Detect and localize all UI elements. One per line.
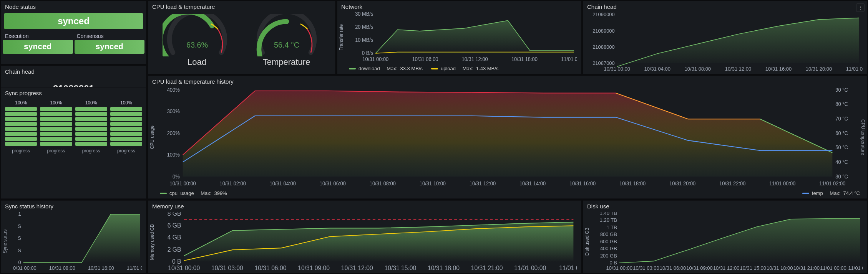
sync-bar (75, 117, 107, 121)
svg-text:70 °C: 70 °C (835, 115, 848, 122)
sync-bar (110, 137, 142, 141)
sync-bar (75, 127, 107, 131)
sync-bar (75, 132, 107, 136)
sync-history-chart[interactable]: 1SSS010/31 00:0010/31 08:0010/31 16:0011… (13, 212, 142, 271)
network-legend: download Max: 33.3 MB/s upload Max: 1.43… (337, 64, 581, 74)
lg-upload: upload (441, 66, 456, 71)
panel-chain-head-chart: ⋮ Chain head 210900002108900021088000210… (583, 1, 867, 74)
panel-title: Chain head (1, 66, 146, 76)
svg-text:10/31 04:00: 10/31 04:00 (644, 66, 671, 72)
svg-text:11/01 00:00: 11/01 00:00 (846, 66, 863, 72)
svg-text:21088000: 21088000 (592, 44, 615, 50)
execution-value: synced (3, 40, 73, 54)
svg-text:2 GB: 2 GB (168, 246, 181, 253)
panel-sync-history: Sync status history Sync status 1SSS010/… (1, 200, 146, 273)
sync-label: progress (75, 148, 107, 154)
svg-text:10/31 06:00: 10/31 06:00 (412, 56, 438, 62)
sync-bar (5, 137, 37, 141)
sync-progress-grid: 100%progress100%progress100%progress100%… (1, 97, 146, 154)
sync-bar (40, 142, 72, 146)
svg-text:10/31 00:00: 10/31 00:00 (13, 265, 37, 271)
sync-bar (40, 127, 72, 131)
svg-text:0 B: 0 B (609, 260, 617, 266)
sync-bar (75, 107, 107, 111)
chain-head-chart[interactable]: 2109000021089000210880002108700010/31 00… (587, 12, 863, 72)
sync-bar (40, 117, 72, 121)
svg-text:10/31 21:00: 10/31 21:00 (793, 265, 820, 271)
svg-text:1 TB: 1 TB (607, 224, 617, 230)
y-axis-title: Sync status (2, 229, 8, 253)
svg-text:60 °C: 60 °C (835, 130, 848, 136)
svg-text:10/31 16:00: 10/31 16:00 (569, 180, 596, 187)
sync-bar (5, 112, 37, 116)
svg-text:800 GB: 800 GB (600, 231, 617, 237)
svg-text:600 GB: 600 GB (600, 239, 617, 244)
svg-text:10/31 00:00: 10/31 00:00 (606, 265, 632, 271)
memory-chart[interactable]: 8 GB6 GB4 GB2 GB0 B10/31 00:0010/31 03:0… (160, 212, 577, 272)
panel-disk: Disk use Disk used GB 1.40 TB1.20 TB1 TB… (583, 200, 867, 273)
sync-bar (40, 122, 72, 126)
gauge-temp-caption: Temperature (252, 57, 321, 67)
execution-label: Execution (3, 31, 73, 40)
y-axis-title-left: CPU usage (149, 125, 155, 149)
sync-bar (110, 117, 142, 121)
panel-title: CPU load & temperature (148, 1, 335, 11)
panel-sync-progress: Sync progress 100%progress100%progress10… (1, 87, 146, 199)
sync-progress-col: 100%progress (5, 100, 37, 154)
sync-bar (5, 127, 37, 131)
svg-text:10/31 09:00: 10/31 09:00 (298, 265, 330, 271)
sync-bar (5, 122, 37, 126)
svg-text:10/31 12:00: 10/31 12:00 (725, 66, 751, 72)
cpu-history-chart[interactable]: 400%300%200%100%0%90 °C80 °C70 °C60 °C50… (160, 87, 855, 187)
sync-bar (110, 132, 142, 136)
svg-text:400%: 400% (167, 87, 180, 93)
svg-text:90 °C: 90 °C (835, 87, 848, 93)
svg-text:10/31 12:00: 10/31 12:00 (341, 265, 373, 271)
consensus-label: Consensus (75, 31, 145, 40)
svg-text:10/31 15:00: 10/31 15:00 (740, 265, 766, 271)
sync-bar (110, 142, 142, 146)
swatch-icon (160, 193, 167, 194)
sync-bar (110, 122, 142, 126)
svg-text:10/31 03:00: 10/31 03:00 (211, 265, 243, 271)
svg-text:200%: 200% (167, 130, 180, 136)
disk-chart[interactable]: 1.40 TB1.20 TB1 TB800 GB600 GB400 GB200 … (595, 212, 863, 271)
svg-text:11/01 02:00: 11/01 02:00 (819, 180, 845, 187)
y-axis-title: Disk used GB (584, 228, 590, 256)
panel-title: Sync status history (1, 201, 146, 210)
svg-text:10/31 04:00: 10/31 04:00 (270, 180, 296, 187)
svg-text:10/31 00:00: 10/31 00:00 (168, 265, 200, 271)
svg-text:1.20 TB: 1.20 TB (600, 217, 617, 223)
svg-text:10/31 20:00: 10/31 20:00 (806, 66, 832, 72)
svg-text:80 °C: 80 °C (835, 101, 848, 107)
svg-text:21087000: 21087000 (592, 60, 615, 66)
svg-text:21089000: 21089000 (592, 28, 615, 33)
svg-text:11/01 00:00: 11/01 00:00 (561, 56, 577, 62)
panel-title: Chain head (583, 1, 867, 11)
gauge-temp-value: 56.4 °C (274, 41, 299, 49)
svg-text:8 GB: 8 GB (168, 212, 181, 217)
sync-bar (40, 132, 72, 136)
svg-text:21090000: 21090000 (592, 12, 615, 17)
panel-title: Sync progress (1, 87, 146, 97)
panel-title: Disk use (583, 201, 867, 210)
svg-text:S: S (18, 235, 21, 241)
svg-text:11/01 03:0: 11/01 03:0 (848, 265, 863, 271)
panel-title: CPU load & temperature history (148, 76, 867, 86)
svg-text:6 GB: 6 GB (168, 222, 181, 229)
panel-network: Network Transfer rate 30 MB/s20 MB/s10 M… (337, 1, 581, 74)
svg-text:10/31 00:00: 10/31 00:00 (604, 66, 630, 72)
sync-bar (5, 107, 37, 111)
svg-text:10/31 06:00: 10/31 06:00 (255, 265, 287, 271)
svg-text:10/31 12:00: 10/31 12:00 (470, 180, 496, 187)
svg-text:30 °C: 30 °C (835, 173, 848, 180)
network-chart[interactable]: 30 MB/s20 MB/s10 MB/s0 B/s10/31 00:0010/… (349, 12, 577, 63)
svg-text:S: S (18, 223, 21, 229)
sync-label: progress (110, 148, 142, 154)
cpu-legend-left: cpu_usage Max: 399% (148, 189, 231, 198)
sync-progress-col: 100%progress (110, 100, 142, 154)
gauge-load-caption: Load (163, 57, 232, 67)
panel-cpu-history: CPU load & temperature history CPU usage… (148, 76, 867, 199)
gauge-temperature: 56.4 °C Temperature (252, 14, 321, 67)
svg-text:300%: 300% (167, 108, 180, 114)
